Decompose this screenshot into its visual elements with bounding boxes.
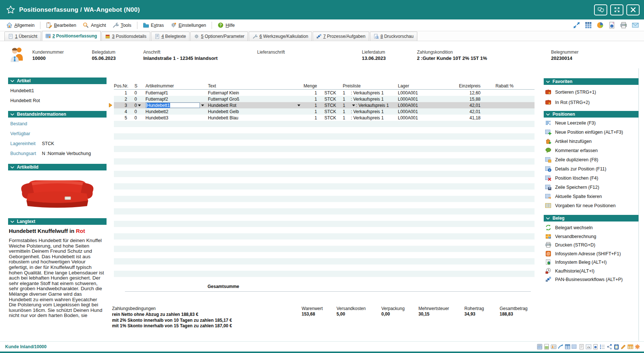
- cell-artikelnummer[interactable]: Futternapf1: [143, 90, 205, 96]
- empty-table-row[interactable]: [114, 208, 535, 215]
- pie-chart-icon[interactable]: [597, 22, 604, 29]
- col-header-rabatt[interactable]: Rabatt %: [485, 83, 518, 89]
- cell-einzelpreis[interactable]: 41,18: [437, 115, 485, 121]
- cell-einzelpreis[interactable]: 12,60: [437, 90, 485, 96]
- doc-info-icon[interactable]: i: [593, 344, 598, 350]
- action-drucken-strg-d[interactable]: Drucken (STRG+D): [545, 242, 595, 248]
- resize-arrows-icon[interactable]: [573, 22, 580, 29]
- action-belegart-wechseln[interactable]: Belegart wechseln: [545, 224, 593, 231]
- cell-lager[interactable]: L000A001: [395, 108, 437, 115]
- col-header-pos-nr[interactable]: Pos.Nr.: [114, 83, 132, 89]
- action-aktuelle-spalte-fixieren[interactable]: Aktuelle Spalte fixieren: [545, 193, 602, 199]
- empty-table-row[interactable]: [114, 271, 535, 277]
- close-button[interactable]: [626, 4, 640, 15]
- cell-menge[interactable]: 1: [301, 90, 321, 96]
- report-doc-icon[interactable]: i: [608, 22, 615, 29]
- artikel-item[interactable]: Hundebett Rot: [10, 98, 40, 103]
- window-table-icon[interactable]: [565, 344, 571, 350]
- cell-preisliste[interactable]: 1: Verkaufspreis 1: [340, 108, 395, 115]
- col-header-einzelpreis[interactable]: Einzelpreis: [437, 83, 485, 89]
- cell-s[interactable]: 0: [132, 96, 143, 102]
- section-header-beleg[interactable]: Beleg: [544, 215, 638, 221]
- table-row[interactable]: 50Hundebett3Hundebett Blau1STCK1: Verkau…: [114, 115, 535, 121]
- cell-s[interactable]: 0: [132, 108, 143, 115]
- cell-artikelnummer[interactable]: Hundebett3: [143, 115, 205, 121]
- cell-preisliste[interactable]: 1: Verkaufspreis 1: [340, 102, 395, 108]
- menu-ansicht[interactable]: Ansicht: [79, 21, 109, 29]
- monitors-button[interactable]: [594, 4, 607, 15]
- cell-rabatt[interactable]: [485, 102, 518, 108]
- cell-einzelpreis[interactable]: 42,01: [437, 102, 485, 108]
- table-row[interactable]: 20Futternapf2Futternapf Groß1STCK1: Verk…: [114, 96, 535, 102]
- tab-positionsdetails[interactable]: 3 Positionsdetails: [101, 32, 150, 41]
- artikelnummer-dropdown-icon[interactable]: [200, 104, 205, 107]
- cell-text[interactable]: Hundebett Gelb: [205, 108, 301, 115]
- fx-icon[interactable]: √x: [586, 344, 591, 350]
- cell-rabatt[interactable]: [485, 108, 518, 115]
- action-neue-position-einf-gen-alt-f3[interactable]: Neue Position einfügen (ALT+F3): [545, 129, 623, 135]
- empty-table-row[interactable]: [114, 127, 535, 133]
- empty-table-row[interactable]: [114, 140, 535, 146]
- col-header-menge[interactable]: Menge: [301, 83, 321, 89]
- cell-lager[interactable]: L000A001: [395, 102, 437, 108]
- table-row[interactable]: 30Hundebett1Hundebett Rot1STCK1: Verkauf…: [114, 102, 535, 108]
- col-header-text[interactable]: Text: [205, 83, 301, 89]
- mini-table-icon[interactable]: [572, 344, 578, 350]
- action-sortieren-strg-1[interactable]: Sortieren (STRG+1): [545, 89, 596, 95]
- cell-menge[interactable]: 1: [301, 115, 321, 121]
- empty-table-row[interactable]: [114, 239, 535, 246]
- cell-s[interactable]: 0: [132, 102, 143, 108]
- cell-pos-nr[interactable]: 1: [114, 90, 132, 96]
- tab-werkzeuge-kalkulation[interactable]: 6 Werkzeuge/Kalkulation: [249, 32, 312, 41]
- cell-einheit[interactable]: STCK: [321, 115, 340, 121]
- cell-einheit[interactable]: STCK: [321, 96, 340, 102]
- cell-pos-nr[interactable]: 4: [114, 108, 132, 115]
- tab-positionserfassung[interactable]: 2 Positionserfassung: [42, 31, 101, 41]
- cell-menge[interactable]: 1: [301, 102, 321, 108]
- clipboard-icon[interactable]: [614, 344, 619, 350]
- tab-belegtexte[interactable]: 4 Belegtexte: [151, 32, 190, 41]
- empty-table-row[interactable]: [114, 121, 535, 127]
- menu-tools[interactable]: Tools: [109, 21, 134, 29]
- empty-table-row[interactable]: [114, 202, 535, 208]
- empty-table-row[interactable]: [114, 246, 535, 252]
- cell-pos-nr[interactable]: 5: [114, 115, 132, 121]
- list-check-icon[interactable]: [600, 344, 605, 350]
- menu-hilfe[interactable]: ?Hilfe: [214, 21, 238, 29]
- cell-einzelpreis[interactable]: 42,01: [437, 108, 485, 115]
- tab-druckvorschau[interactable]: 8 Druckvorschau: [370, 32, 417, 41]
- action-kaufhistorie-alt-i[interactable]: Kaufhistorie(ALT+I): [545, 268, 594, 274]
- preisliste-dropdown-icon[interactable]: [351, 104, 356, 107]
- action-versandberechnung[interactable]: €Versandberechnung: [545, 233, 596, 239]
- maximize-button[interactable]: [610, 4, 623, 15]
- action-zeile-duplizieren-f8[interactable]: Zeile duplizieren (F8): [545, 156, 598, 163]
- user-card-icon[interactable]: [551, 344, 557, 350]
- cell-pos-nr[interactable]: 2: [114, 96, 132, 102]
- section-header-positionen[interactable]: Positionen: [544, 111, 638, 118]
- empty-table-row[interactable]: [114, 233, 535, 239]
- empty-table-row[interactable]: [114, 252, 535, 258]
- empty-table-row[interactable]: [114, 183, 535, 190]
- empty-table-row[interactable]: [114, 264, 535, 271]
- empty-table-row[interactable]: [114, 215, 535, 221]
- cell-text[interactable]: Futternapf Groß: [205, 96, 301, 102]
- col-header-artikelnummer[interactable]: Artikelnummer: [143, 83, 205, 89]
- doc-plain-icon[interactable]: [579, 344, 584, 350]
- col-header-lager[interactable]: Lager: [395, 83, 437, 89]
- empty-table-row[interactable]: [114, 146, 535, 152]
- printer-icon[interactable]: [620, 22, 627, 29]
- cell-preisliste[interactable]: 1: Verkaufspreis 1: [340, 115, 395, 121]
- empty-table-row[interactable]: [114, 227, 535, 233]
- cell-einheit[interactable]: STCK: [321, 90, 340, 96]
- col-header-s[interactable]: S: [132, 83, 143, 89]
- s-dropdown-icon[interactable]: [137, 104, 142, 107]
- table-grid-icon[interactable]: [585, 22, 592, 29]
- cell-artikelnummer[interactable]: Hundebett1: [143, 102, 205, 108]
- tab-prozesse-aufgaben[interactable]: 7 Prozesse/Aufgaben: [313, 32, 369, 41]
- cell-einheit[interactable]: STCK: [321, 102, 340, 108]
- cell-menge[interactable]: 1: [301, 96, 321, 102]
- cell-artikelnummer[interactable]: Hundebett2: [143, 108, 205, 115]
- spreadsheet-icon[interactable]: [544, 344, 550, 350]
- cell-rabatt[interactable]: [485, 90, 518, 96]
- action-infosystem-beleg-alt-i[interactable]: Infosystem Beleg (ALT+I): [545, 259, 607, 265]
